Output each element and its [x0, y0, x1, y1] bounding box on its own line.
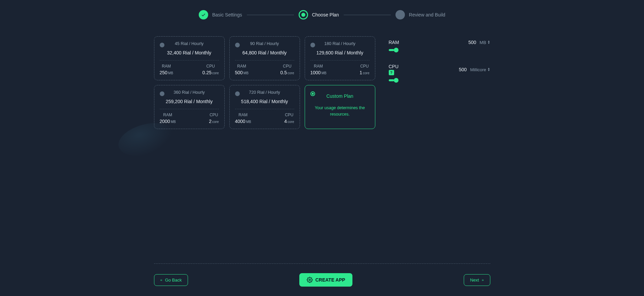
ram-unit: MB	[171, 120, 176, 124]
cpu-label: CPU	[202, 64, 219, 69]
cpu-unit: core	[288, 120, 294, 124]
cpu-label: CPU	[284, 113, 294, 117]
radio-icon	[310, 91, 315, 96]
ram-unit: MB	[243, 71, 249, 75]
check-icon	[199, 10, 208, 19]
plan-card-3[interactable]: 180 Rial / Hourly 129,600 Rial / Monthly…	[305, 36, 375, 80]
plan-card-1[interactable]: 45 Rial / Hourly 32,400 Rial / Monthly R…	[154, 36, 225, 80]
cpu-unit: core	[288, 71, 294, 75]
stepper-arrows-icon[interactable]: ▲▼	[488, 68, 490, 72]
go-back-label: Go Back	[165, 278, 182, 283]
svg-point-0	[309, 279, 310, 281]
ram-label: RAM	[160, 64, 173, 69]
plan-hourly-price: 360 Rial / Hourly	[160, 90, 219, 95]
ram-value: 250	[160, 70, 167, 75]
slider-thumb-icon[interactable]	[394, 48, 399, 52]
ram-label: RAM	[235, 113, 251, 117]
active-step-icon	[299, 10, 308, 19]
custom-plan-description: Your usage determines the resources.	[310, 105, 370, 118]
cpu-label: CPU	[280, 64, 294, 69]
plan-monthly-price: 259,200 Rial / Monthly	[160, 99, 219, 104]
gear-icon	[307, 277, 313, 283]
radio-icon	[235, 43, 240, 47]
slider-thumb-icon[interactable]	[394, 78, 399, 83]
create-app-label: CREATE APP	[315, 277, 345, 283]
cpu-slider-label: CPU	[389, 64, 399, 69]
go-back-button[interactable]: « Go Back	[154, 274, 188, 286]
bottom-action-bar: « Go Back CREATE APP Next »	[154, 273, 490, 287]
cpu-slider[interactable]	[389, 79, 398, 81]
plan-monthly-price: 129,600 Rial / Monthly	[310, 50, 370, 55]
stepper-arrows-icon[interactable]: ▲▼	[488, 40, 490, 44]
radio-icon	[310, 43, 315, 47]
slider-fill	[389, 79, 394, 81]
radio-icon	[160, 43, 164, 47]
custom-plan-title: Custom Plan	[310, 93, 370, 99]
ram-label: RAM	[160, 113, 176, 117]
cpu-value: 2	[209, 119, 212, 124]
cpu-slider-value[interactable]: 500	[453, 67, 467, 72]
next-label: Next	[470, 278, 479, 283]
resource-sliders: RAM 500 MB ▲▼	[389, 36, 490, 81]
ram-label: RAM	[235, 64, 249, 69]
cpu-slider-unit: Millicore	[470, 67, 486, 72]
step-basic-settings[interactable]: Basic Settings	[199, 10, 242, 19]
plan-card-5[interactable]: 720 Rial / Hourly 518,400 Rial / Monthly…	[229, 85, 300, 129]
chevron-left-icon: «	[160, 278, 162, 282]
help-icon[interactable]: ?	[389, 70, 394, 75]
ram-slider-label: RAM	[389, 40, 399, 45]
ram-value: 500	[235, 70, 243, 75]
step-label: Basic Settings	[212, 12, 242, 17]
ram-unit: MB	[246, 120, 251, 124]
ram-value: 1000	[310, 70, 321, 75]
cpu-label: CPU	[359, 64, 369, 69]
ram-label: RAM	[310, 64, 327, 69]
ram-slider[interactable]	[389, 49, 398, 51]
plan-card-custom[interactable]: Custom Plan Your usage determines the re…	[305, 85, 375, 129]
ram-unit: MB	[321, 71, 327, 75]
ram-slider-block: RAM 500 MB ▲▼	[389, 40, 490, 51]
cpu-slider-block: CPU ? 500 Millicore ▲▼	[389, 64, 490, 81]
plan-card-4[interactable]: 360 Rial / Hourly 259,200 Rial / Monthly…	[154, 85, 225, 129]
bottom-divider	[154, 263, 490, 264]
radio-icon	[160, 91, 164, 96]
slider-fill	[389, 49, 394, 51]
cpu-value: 1	[359, 70, 362, 75]
cpu-unit: core	[212, 120, 219, 124]
ram-slider-value[interactable]: 500	[463, 40, 476, 45]
step-divider	[344, 15, 391, 15]
cpu-unit: core	[363, 71, 369, 75]
plan-hourly-price: 45 Rial / Hourly	[160, 41, 219, 46]
cpu-value: 0.25	[202, 70, 212, 75]
ram-value: 4000	[235, 119, 245, 124]
step-label: Review and Build	[409, 12, 445, 17]
create-app-button[interactable]: CREATE APP	[299, 273, 353, 287]
cpu-value: 4	[284, 119, 287, 124]
step-divider	[247, 15, 294, 15]
ram-value: 2000	[160, 119, 170, 124]
step-choose-plan[interactable]: Choose Plan	[299, 10, 339, 19]
plan-monthly-price: 64,800 Rial / Monthly	[235, 50, 294, 55]
plan-hourly-price: 180 Rial / Hourly	[310, 41, 370, 46]
step-label: Choose Plan	[312, 12, 339, 17]
wizard-stepper: Basic Settings Choose Plan Review and Bu…	[154, 10, 490, 19]
chevron-right-icon: »	[482, 278, 484, 282]
plans-grid: 45 Rial / Hourly 32,400 Rial / Monthly R…	[154, 36, 375, 129]
radio-icon	[235, 91, 240, 96]
ram-slider-unit: MB	[480, 40, 486, 45]
plan-hourly-price: 90 Rial / Hourly	[235, 41, 294, 46]
plan-monthly-price: 32,400 Rial / Monthly	[160, 50, 219, 55]
ram-unit: MB	[168, 71, 173, 75]
next-button[interactable]: Next »	[464, 274, 490, 286]
plan-hourly-price: 720 Rial / Hourly	[235, 90, 294, 95]
pending-step-icon	[395, 10, 405, 19]
plan-monthly-price: 518,400 Rial / Monthly	[235, 99, 294, 104]
plan-card-2[interactable]: 90 Rial / Hourly 64,800 Rial / Monthly R…	[229, 36, 300, 80]
step-review-build[interactable]: Review and Build	[395, 10, 445, 19]
cpu-value: 0.5	[280, 70, 287, 75]
cpu-label: CPU	[209, 113, 219, 117]
cpu-unit: core	[212, 71, 219, 75]
